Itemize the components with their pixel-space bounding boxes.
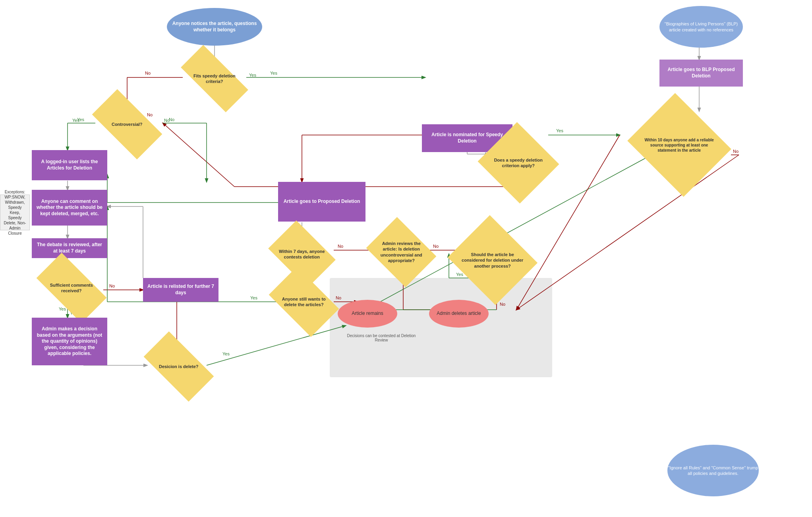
- svg-line-33: [207, 326, 346, 365]
- admin-deletes-node: Admin deletes article: [429, 300, 489, 328]
- decision-delete-label: Desicion is delete?: [157, 362, 200, 371]
- yes-label-controversial: Yes: [72, 118, 79, 123]
- admin-reviews-diamond: Admin reviews the article: Is deletion u…: [366, 217, 437, 287]
- svg-text:No: No: [169, 117, 174, 122]
- blp-start-node: "Biographies of Living Persons" (BLP) ar…: [659, 6, 743, 48]
- flowchart: Yes No Yes Yes No: [0, 0, 812, 517]
- admin-decision-box: Admin makes a decision based on the argu…: [32, 318, 107, 365]
- anyone-comment-box: Anyone can comment on whether the articl…: [32, 190, 107, 226]
- anyone-still-wants-label: Anyone still wants to delete the article…: [274, 295, 334, 309]
- svg-text:No: No: [733, 149, 739, 154]
- svg-text:Yes: Yes: [250, 295, 257, 300]
- yes-label-sufficient: Yes: [59, 307, 66, 311]
- svg-text:Yes: Yes: [556, 128, 563, 133]
- start-node: Anyone notices the article, questions wh…: [167, 8, 262, 46]
- no-label-controversial: No: [164, 118, 170, 123]
- sufficient-comments-diamond: Sufficient comments received?: [37, 253, 107, 323]
- blp-proposed-box: Article goes to BLP Proposed Deletion: [659, 60, 743, 87]
- within-7-days-label: Within 7 days, anyone contests deletion: [274, 247, 330, 262]
- proposed-deletion-box: Article goes to Proposed Deletion: [278, 182, 365, 222]
- another-process-label: Should the article be considered for del…: [459, 250, 526, 270]
- svg-text:Yes: Yes: [456, 272, 463, 277]
- svg-text:No: No: [145, 71, 151, 75]
- controversial-label: Controversial?: [110, 120, 144, 129]
- svg-text:No: No: [433, 244, 439, 249]
- within-10-days-label: Within 10 days anyone add a reliable sou…: [640, 136, 719, 154]
- article-remains-node: Article remains: [338, 300, 397, 328]
- outcome-area: [330, 278, 552, 377]
- decision-delete-diamond: Desicion is delete?: [144, 332, 214, 402]
- admin-reviews-label: Admin reviews the article: Is deletion u…: [373, 239, 429, 265]
- relisted-box: Article is relisted for further 7 days: [143, 278, 218, 302]
- svg-text:No: No: [109, 284, 115, 288]
- debate-reviewed-box: The debate is reviewed, after at least 7…: [32, 238, 107, 258]
- ignore-rules-node: "Ignore all Rules" and "Common Sense" tr…: [667, 445, 759, 496]
- svg-text:No: No: [338, 244, 343, 249]
- decisions-contested-text: Decisions can be contested at Deletion R…: [342, 334, 421, 342]
- exceptions-note: Exceptions: WP:SNOW, Withdrawn, Speedy K…: [0, 195, 30, 230]
- yes-label-fits: Yes: [249, 73, 256, 77]
- svg-text:Yes: Yes: [222, 351, 230, 356]
- within-10-days-diamond: Within 10 days anyone add a reliable sou…: [627, 93, 731, 197]
- does-criterion-label: Does a speedy deletion criterion apply?: [489, 156, 548, 170]
- controversial-diamond: Controversial?: [92, 89, 162, 160]
- no-label-fits: No: [147, 112, 153, 117]
- fits-speedy-label: Fits speedy deletion criteria?: [183, 71, 246, 86]
- fits-speedy-diamond: Fits speedy deletion criteria?: [181, 45, 248, 112]
- sufficient-comments-label: Sufficient comments received?: [40, 281, 103, 295]
- logged-in-user-box: A logged-in user lists the Articles for …: [32, 150, 107, 180]
- svg-line-12: [163, 123, 234, 187]
- anyone-still-wants-diamond: Anyone still wants to delete the article…: [269, 267, 339, 337]
- svg-text:Yes: Yes: [270, 71, 277, 75]
